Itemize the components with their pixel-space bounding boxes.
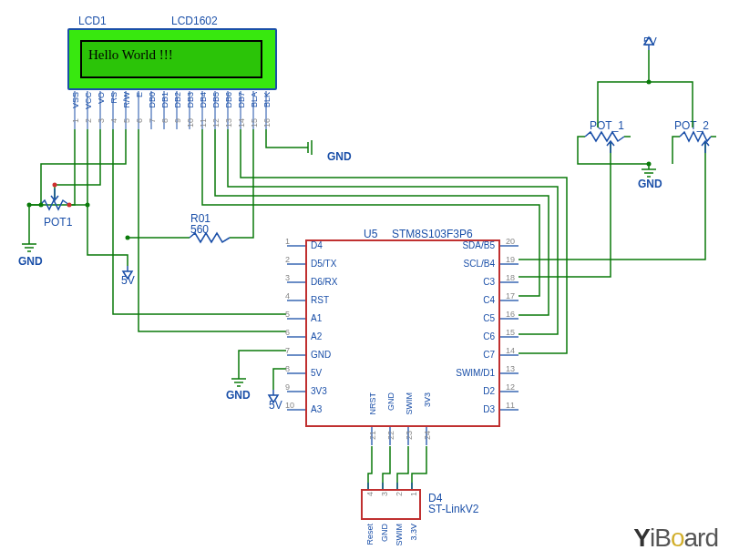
lcd-pin-name: BLK [262, 92, 272, 107]
gnd-label-2: GND [327, 150, 352, 163]
lcd-pin-name: DB4 [199, 92, 208, 108]
lcd-pin-num: 13 [224, 118, 233, 127]
mcu-pin-name: A2 [311, 331, 322, 341]
mcu-pin-num: 6 [285, 328, 290, 337]
mcu-pin-name: 3V3 [423, 392, 432, 407]
junction [39, 203, 44, 208]
mcu-ref: U5 [364, 228, 377, 240]
lcd-pin-num: 14 [237, 118, 246, 127]
lcd-pin-num: 8 [160, 118, 169, 123]
gnd-label-3: GND [226, 389, 251, 402]
lcd-pin-name: DB0 [148, 92, 157, 108]
junction [647, 80, 652, 85]
mcu-pin-name: RST [311, 295, 329, 305]
mcu-pin-name: GND [386, 392, 395, 411]
stlink-pin-label: SWIM [395, 524, 404, 546]
stlink-pin-label: Reset [365, 524, 375, 545]
mcu-pin-num: 15 [506, 328, 515, 337]
stlink-part: ST-LinkV2 [428, 503, 478, 515]
lcd-pin-num: 12 [211, 118, 221, 127]
mcu-pin-name: C6 [483, 331, 495, 341]
lcd-pin-num: 4 [109, 118, 118, 123]
mcu-pin-num: 9 [285, 382, 290, 392]
lcd-pin-num: 2 [84, 118, 93, 123]
lcd-pin-num: 3 [97, 118, 106, 123]
mcu-pin-num: 21 [368, 431, 377, 440]
lcd-pin-name: VO [97, 92, 106, 104]
junction [53, 183, 57, 188]
brand-logo: YiBoard [633, 524, 718, 553]
mcu-pin-name: SDA/B5 [462, 240, 495, 250]
lcd-model: LCD1602 [171, 15, 218, 27]
lcd-pin-name: E [135, 92, 144, 97]
5v-label-3: 5V [643, 36, 657, 48]
mcu-pin-name: C4 [483, 295, 495, 305]
lcd-pin-name: DB2 [173, 92, 182, 108]
stlink-pin-num: 1 [409, 492, 418, 496]
pot1-label: POT1 [44, 216, 72, 229]
lcd-pin-name: DB3 [186, 92, 195, 108]
mcu-part: STM8S103F3P6 [392, 228, 473, 240]
mcu-pin-num: 19 [506, 255, 515, 264]
stlink-pin-num: 2 [395, 492, 404, 496]
lcd-pin-name: DB5 [211, 92, 221, 108]
mcu-pin-name: 3V3 [311, 386, 327, 396]
mcu-pin-name: C5 [483, 313, 495, 323]
lcd-pin-name: DB7 [237, 92, 246, 108]
lcd-pin-name: DB6 [224, 92, 233, 108]
mcu-pin-num: 12 [506, 382, 515, 392]
mcu-pin-num: 5 [285, 310, 290, 319]
mcu-pin-num: 10 [285, 401, 294, 410]
5v-label-1: 5V [121, 274, 135, 287]
junction [27, 203, 32, 208]
mcu-pin-name: D4 [311, 240, 323, 250]
lcd-pin-name: R/W [122, 92, 131, 108]
stlink-pin-label: GND [380, 524, 389, 542]
lcd-pin-name: BLA [250, 92, 259, 107]
pot-r2-label: POT_2 [674, 119, 709, 132]
mcu-pin-name: GND [311, 350, 331, 360]
mcu-pin-num: 14 [506, 346, 515, 355]
5v-label-2: 5V [269, 399, 282, 412]
mcu-pin-name: D5/TX [311, 259, 336, 269]
mcu-pin-num: 20 [506, 237, 515, 246]
lcd-pin-name: VSS [71, 92, 80, 108]
lcd-pin-num: 15 [250, 118, 259, 127]
lcd-pin-name: RS [109, 92, 118, 104]
lcd-pin-name: VCC [84, 92, 93, 109]
mcu-pin-num: 3 [285, 273, 290, 282]
mcu-pin-num: 23 [405, 431, 414, 440]
pot-r1-label: POT_1 [590, 119, 624, 132]
mcu-pin-num: 7 [285, 346, 290, 355]
mcu-pin-name: C3 [483, 277, 495, 287]
stlink-pin-num: 3 [380, 492, 389, 496]
stlink-pin-label: 3.3V [409, 524, 418, 541]
mcu-pin-name: D2 [483, 386, 495, 396]
mcu-pin-num: 17 [506, 291, 515, 300]
lcd-pin-num: 11 [199, 118, 208, 127]
mcu-pin-num: 13 [506, 364, 515, 373]
mcu-pin-name: A3 [311, 404, 322, 414]
lcd-pin-num: 9 [173, 118, 182, 123]
mcu-pin-num: 2 [285, 255, 290, 264]
junction [86, 203, 90, 208]
mcu-pin-name: C7 [483, 350, 495, 360]
lcd-ref: LCD1 [78, 15, 107, 27]
junction [126, 236, 130, 240]
lcd-pin-num: 6 [135, 118, 144, 123]
gnd-label-1: GND [18, 255, 43, 268]
mcu-pin-num: 11 [506, 401, 515, 410]
r01-val: 560 [190, 223, 209, 236]
lcd-pin-num: 10 [186, 118, 195, 127]
lcd-pin-num: 7 [148, 118, 157, 123]
lcd-pin-name: DB1 [160, 92, 169, 108]
mcu-pin-num: 18 [506, 273, 515, 282]
lcd-pin-num: 16 [262, 118, 272, 127]
mcu-pin-name: SWIM [405, 392, 414, 415]
lcd-pin-num: 1 [71, 118, 80, 123]
mcu-pin-num: 1 [285, 237, 290, 246]
junction [647, 162, 652, 167]
mcu-pin-num: 8 [285, 364, 290, 373]
mcu-pin-name: A1 [311, 313, 322, 323]
lcd-display-text: Hello World !!! [88, 47, 173, 63]
